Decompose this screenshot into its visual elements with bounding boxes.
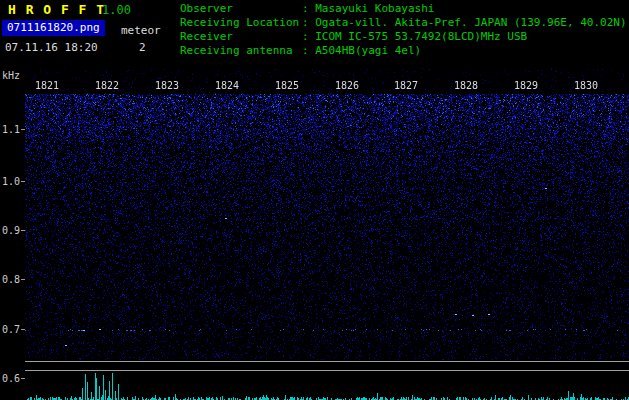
- info-row-observer: Observer : Masayuki Kobayashi: [180, 2, 627, 16]
- time-tick-label: 1828: [454, 80, 482, 91]
- time-tick-label: 1821: [35, 80, 63, 91]
- info-row-receiver: Receiver : ICOM IC-575 53.7492(8LCD)MHz …: [180, 30, 627, 44]
- app-title: H R O F F T: [8, 2, 105, 17]
- freq-tick-label: 0.8: [0, 274, 20, 285]
- info-value: : Masayuki Kobayashi: [302, 2, 434, 16]
- time-tick-label: 1822: [95, 80, 123, 91]
- filename-box: 0711161820.png: [2, 20, 105, 36]
- info-label: Receiver: [180, 30, 302, 44]
- info-label: Receiving Location: [180, 16, 302, 30]
- time-tick-label: 1824: [215, 80, 243, 91]
- app-version: 1.00: [102, 3, 131, 17]
- info-row-antenna: Receiving antenna : A504HB(yagi 4el): [180, 44, 627, 58]
- station-info: Observer : Masayuki Kobayashi Receiving …: [180, 2, 627, 58]
- freq-tick-label: 0.6: [0, 373, 20, 384]
- meteor-count: 2: [139, 41, 146, 54]
- time-tick-label: 1825: [275, 80, 303, 91]
- time-tick-label: 1823: [155, 80, 183, 91]
- freq-tick-label: 1.1: [0, 124, 20, 135]
- separator-line: [25, 361, 629, 362]
- info-label: Observer: [180, 2, 302, 16]
- hrofft-window: H R O F F T 1.00 0711161820.png meteor 0…: [0, 0, 629, 400]
- time-tick-label: 1830: [574, 80, 602, 91]
- info-value: : A504HB(yagi 4el): [302, 44, 421, 58]
- info-row-location: Receiving Location : Ogata-vill. Akita-P…: [180, 16, 627, 30]
- freq-tick-label: 1.0: [0, 176, 20, 187]
- info-label: Receiving antenna: [180, 44, 302, 58]
- time-tick-label: 1826: [335, 80, 363, 91]
- info-value: : ICOM IC-575 53.7492(8LCD)MHz USB: [302, 30, 527, 44]
- time-tick-label: 1829: [514, 80, 542, 91]
- spectrogram-canvas: [25, 68, 629, 360]
- freq-tick-label: 0.7: [0, 324, 20, 335]
- freq-unit-label: kHz: [2, 70, 20, 81]
- datetime: 07.11.16 18:20: [5, 41, 98, 54]
- freq-tick-label: 0.9: [0, 225, 20, 236]
- time-tick-label: 1827: [394, 80, 422, 91]
- meteor-label: meteor: [121, 24, 161, 37]
- info-value: : Ogata-vill. Akita-Pref. JAPAN (139.96E…: [302, 16, 627, 30]
- level-canvas: [25, 371, 629, 400]
